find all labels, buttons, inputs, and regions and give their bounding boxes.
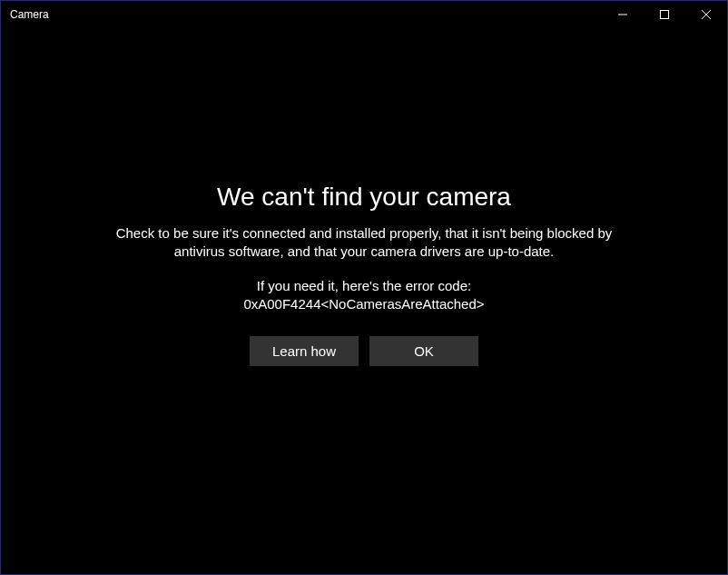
minimize-button[interactable] [602,1,644,28]
ok-button[interactable]: OK [369,336,478,366]
close-icon [702,8,711,22]
error-code: 0xA00F4244<NoCamerasAreAttached> [243,295,484,313]
maximize-icon [660,8,669,22]
error-content: We can't find your camera Check to be su… [1,28,727,574]
svg-rect-1 [661,10,669,18]
window-title: Camera [1,8,602,21]
titlebar-controls [602,1,727,28]
error-code-intro: If you need it, here's the error code: [257,277,471,295]
learn-how-button[interactable]: Learn how [250,336,359,366]
error-description: Check to be sure it's connected and inst… [110,224,618,262]
close-button[interactable] [685,1,727,28]
error-heading: We can't find your camera [217,183,511,212]
titlebar: Camera [1,1,727,28]
minimize-icon [618,8,627,22]
button-row: Learn how OK [250,336,478,366]
maximize-button[interactable] [644,1,685,28]
